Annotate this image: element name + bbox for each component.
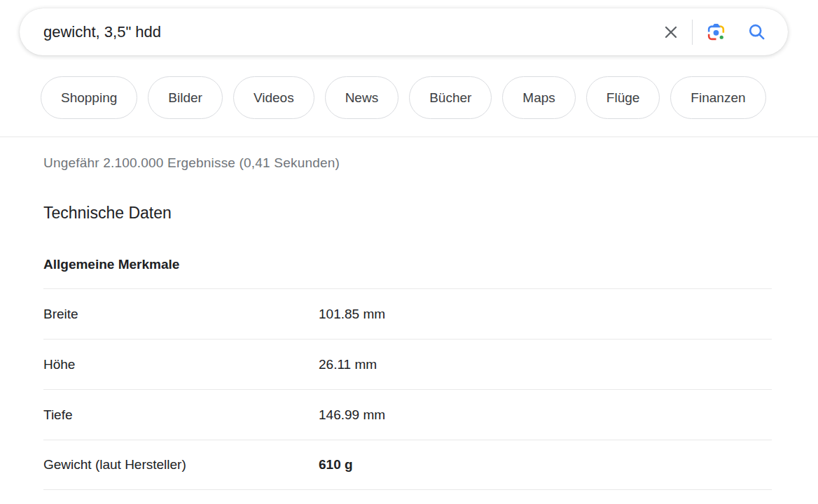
search-filter-tabs: Shopping Bilder Videos News Bücher Maps … — [41, 76, 818, 119]
row-label: Gewicht (laut Hersteller) — [43, 457, 319, 472]
tab-fluege[interactable]: Flüge — [586, 76, 660, 119]
row-value-highlighted: 610 g — [319, 457, 772, 472]
row-value: 101.85 mm — [319, 307, 772, 322]
tab-maps[interactable]: Maps — [502, 76, 575, 119]
search-icon — [747, 22, 767, 42]
search-submit-button[interactable] — [747, 22, 767, 42]
section-subtitle: Allgemeine Merkmale — [43, 257, 772, 272]
results-main: Ungefähr 2.100.000 Ergebnisse (0,41 Seku… — [43, 155, 772, 490]
clear-search-button[interactable] — [661, 22, 681, 42]
result-stats: Ungefähr 2.100.000 Ergebnisse (0,41 Seku… — [43, 155, 772, 171]
page-title: Technische Daten — [43, 204, 772, 223]
row-value: 26.11 mm — [319, 357, 772, 372]
tab-buecher[interactable]: Bücher — [409, 76, 492, 119]
searchbar-divider — [692, 20, 693, 45]
google-lens-icon — [705, 21, 727, 43]
row-label: Höhe — [43, 357, 319, 372]
tab-news[interactable]: News — [325, 76, 399, 119]
search-bar[interactable] — [20, 8, 788, 55]
table-row: Höhe 26.11 mm — [43, 339, 772, 389]
tab-shopping[interactable]: Shopping — [41, 76, 137, 119]
search-header: Shopping Bilder Videos News Bücher Maps … — [0, 0, 818, 119]
search-input[interactable] — [43, 8, 661, 55]
header-divider — [0, 136, 818, 137]
tab-bilder[interactable]: Bilder — [148, 76, 223, 119]
row-label: Tiefe — [43, 407, 319, 423]
tab-finanzen[interactable]: Finanzen — [670, 76, 765, 119]
table-row: Tiefe 146.99 mm — [43, 389, 772, 440]
close-icon — [661, 22, 681, 42]
table-row: Gewicht (laut Hersteller) 610 g — [43, 440, 772, 490]
lens-search-button[interactable] — [705, 21, 727, 43]
row-label: Breite — [43, 307, 319, 322]
spec-table: Breite 101.85 mm Höhe 26.11 mm Tiefe 146… — [43, 288, 772, 490]
table-row: Breite 101.85 mm — [43, 288, 772, 339]
tab-videos[interactable]: Videos — [233, 76, 314, 119]
row-value: 146.99 mm — [319, 407, 772, 423]
